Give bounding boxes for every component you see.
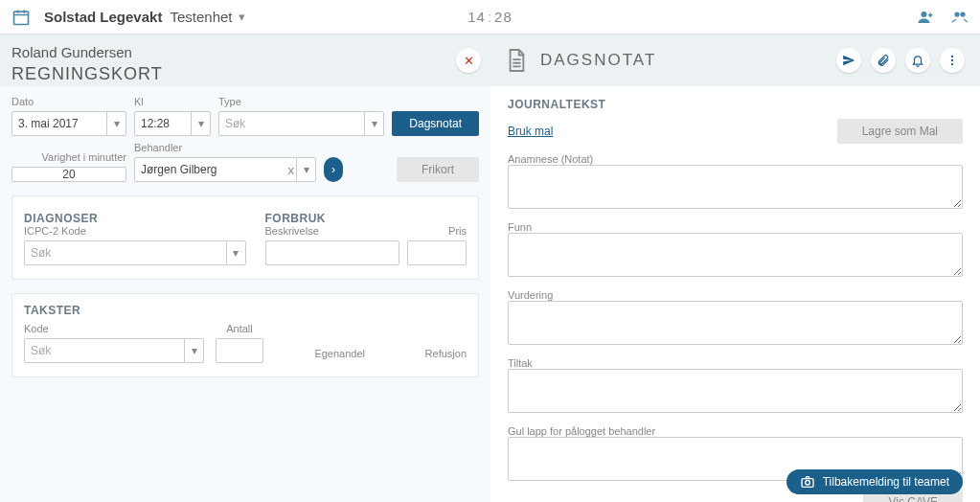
- chevron-down-icon[interactable]: ▾: [191, 112, 210, 135]
- chevron-down-icon[interactable]: ▾: [226, 241, 245, 264]
- frikort-button[interactable]: Frikort: [397, 157, 479, 182]
- chevron-down-icon[interactable]: ▾: [364, 112, 383, 135]
- diagnoser-card: DIAGNOSER ICPC-2 Kode Søk ▾ FORBRUK Besk…: [11, 195, 479, 280]
- pris-input[interactable]: [407, 240, 467, 265]
- document-icon: [506, 48, 527, 73]
- svg-point-5: [951, 59, 953, 61]
- behandler-combo[interactable]: Jørgen Gilberg x ▾: [134, 157, 316, 182]
- date-label: Dato: [11, 96, 126, 107]
- forbruk-title: FORBRUK: [265, 212, 467, 225]
- lagre-mal-button[interactable]: Lagre som Mal: [837, 119, 963, 144]
- chevron-down-icon[interactable]: ▾: [106, 112, 125, 135]
- duration-input[interactable]: 20: [11, 167, 126, 182]
- svg-point-6: [951, 63, 953, 65]
- pris-label: Pris: [407, 225, 467, 237]
- next-arrow-button[interactable]: ›: [324, 157, 343, 182]
- clock-display: 14:28: [467, 9, 513, 25]
- time-combo[interactable]: 12:28 ▾: [134, 111, 211, 136]
- chevron-down-icon[interactable]: ▾: [296, 158, 315, 181]
- topbar: Solstad Legevakt Testenhet ▾ 14:28: [0, 0, 980, 34]
- close-button[interactable]: ✕: [456, 48, 481, 73]
- kebab-icon: [946, 54, 959, 67]
- egenandel-label: Egenandel: [275, 348, 365, 359]
- send-button[interactable]: [836, 48, 861, 73]
- beskrivelse-input[interactable]: [265, 240, 400, 265]
- camera-icon: [800, 474, 815, 490]
- svg-point-3: [960, 11, 965, 16]
- svg-rect-0: [14, 11, 29, 24]
- tiltak-textarea[interactable]: [508, 369, 963, 413]
- takster-title: TAKSTER: [24, 304, 467, 317]
- takster-kode-label: Kode: [24, 323, 204, 334]
- left-title: REGNINGSKORT: [11, 64, 479, 84]
- calendar-icon[interactable]: [11, 8, 31, 27]
- duration-label: Varighet i minutter: [11, 151, 126, 163]
- clear-icon[interactable]: x: [288, 163, 295, 177]
- svg-point-1: [922, 11, 927, 17]
- type-label: Type: [218, 96, 384, 107]
- feedback-button[interactable]: Tilbakemelding til teamet: [786, 469, 963, 494]
- icpc-code-label: ICPC-2 Kode: [24, 225, 246, 237]
- close-icon: ✕: [464, 54, 474, 68]
- left-header: Roland Gundersen REGNINGSKORT ✕: [0, 34, 490, 86]
- chevron-down-icon[interactable]: ▾: [239, 10, 245, 24]
- add-user-icon[interactable]: [917, 9, 934, 26]
- chevron-down-icon[interactable]: ▾: [184, 339, 203, 362]
- attach-button[interactable]: [871, 48, 896, 73]
- time-label: Kl: [134, 96, 211, 107]
- antall-input[interactable]: [216, 338, 263, 363]
- paperclip-icon: [877, 54, 890, 67]
- org-title: Solstad Legevakt Testenhet: [44, 9, 233, 25]
- bell-icon: [911, 54, 924, 67]
- anamnese-label: Anamnese (Notat): [508, 153, 963, 165]
- right-pane: DAGSNOTAT: [490, 34, 980, 502]
- tiltak-label: Tiltak: [508, 357, 963, 369]
- users-icon[interactable]: [951, 9, 969, 26]
- svg-point-8: [805, 480, 809, 485]
- beskrivelse-label: Beskrivelse: [265, 225, 400, 237]
- notify-button[interactable]: [905, 48, 930, 73]
- behandler-label: Behandler: [134, 142, 316, 153]
- date-combo[interactable]: 3. mai 2017 ▾: [11, 111, 126, 136]
- patient-name: Roland Gundersen: [11, 44, 479, 60]
- vurdering-textarea[interactable]: [508, 301, 963, 345]
- antall-label: Antall: [216, 323, 263, 334]
- right-title: DAGSNOTAT: [540, 51, 656, 70]
- svg-point-2: [954, 11, 959, 16]
- takster-kode-combo[interactable]: Søk ▾: [24, 338, 204, 363]
- journaltekst-title: JOURNALTEKST: [508, 98, 963, 111]
- right-header: DAGSNOTAT: [490, 34, 980, 86]
- paper-plane-icon: [842, 54, 855, 67]
- dagsnotat-button[interactable]: Dagsnotat: [392, 111, 479, 136]
- diagnoser-title: DIAGNOSER: [24, 212, 246, 225]
- svg-point-4: [951, 56, 953, 57]
- anamnese-textarea[interactable]: [508, 165, 963, 209]
- org-name: Solstad Legevakt: [44, 9, 162, 25]
- type-combo[interactable]: Søk ▾: [218, 111, 384, 136]
- left-pane: Roland Gundersen REGNINGSKORT ✕ Dato 3. …: [0, 34, 490, 502]
- icpc-code-combo[interactable]: Søk ▾: [24, 240, 246, 265]
- unit-label[interactable]: Testenhet: [170, 9, 232, 25]
- takster-card: TAKSTER Kode Søk ▾ Antall Egenand: [11, 293, 479, 377]
- funn-label: Funn: [508, 221, 963, 233]
- funn-textarea[interactable]: [508, 233, 963, 277]
- refusjon-label: Refusjon: [376, 348, 467, 359]
- gul-lapp-label: Gul lapp for pålogget behandler: [508, 425, 963, 437]
- feedback-label: Tilbakemelding til teamet: [823, 475, 949, 489]
- more-button[interactable]: [940, 48, 965, 73]
- vurdering-label: Vurdering: [508, 289, 963, 301]
- bruk-mal-link[interactable]: Bruk mal: [508, 125, 553, 138]
- chevron-right-icon: ›: [331, 163, 335, 176]
